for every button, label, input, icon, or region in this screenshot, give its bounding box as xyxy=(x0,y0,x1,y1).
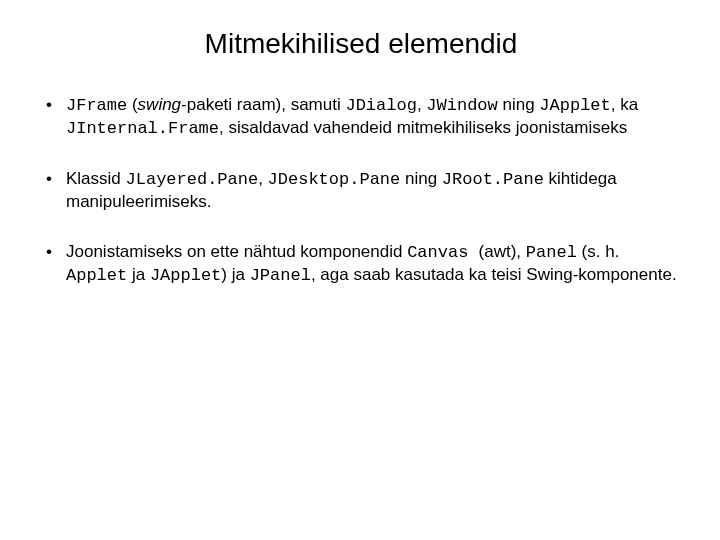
text: ja xyxy=(127,265,150,284)
bullet-item-2: Klassid JLayered.Pane, JDesktop.Pane nin… xyxy=(42,168,680,213)
text: -paketi raam), samuti xyxy=(181,95,345,114)
italic-swing: swing xyxy=(138,95,181,114)
bullet-list: JFrame (swing-paketi raam), samuti JDial… xyxy=(42,94,680,288)
text: ( xyxy=(127,95,137,114)
bullet-item-1: JFrame (swing-paketi raam), samuti JDial… xyxy=(42,94,680,140)
code-japplet2: JApplet xyxy=(150,266,221,285)
code-jframe: JFrame xyxy=(66,96,127,115)
code-applet: Applet xyxy=(66,266,127,285)
bullet-item-3: Joonistamiseks on ette nähtud komponendi… xyxy=(42,241,680,287)
text: , aga saab kasutada ka teisi Swing-kompo… xyxy=(311,265,677,284)
code-jdialog: JDialog xyxy=(345,96,416,115)
text: , xyxy=(417,95,426,114)
text: , ka xyxy=(611,95,638,114)
code-panel: Panel xyxy=(526,243,577,262)
text: Klassid xyxy=(66,169,126,188)
code-jdesktoppane: JDesktop.Pane xyxy=(268,170,401,189)
text: ) ja xyxy=(221,265,249,284)
text: Joonistamiseks on ette nähtud komponendi… xyxy=(66,242,407,261)
code-canvas: Canvas xyxy=(407,243,478,262)
text: , sisaldavad vahendeid mitmekihiliseks j… xyxy=(219,118,627,137)
text: , xyxy=(258,169,267,188)
slide-title: Mitmekihilised elemendid xyxy=(42,28,680,60)
text: (s. h. xyxy=(577,242,620,261)
text: ning xyxy=(498,95,540,114)
code-jrootpane: JRoot.Pane xyxy=(442,170,544,189)
code-jlayeredpane: JLayered.Pane xyxy=(126,170,259,189)
text: ning xyxy=(400,169,442,188)
slide: Mitmekihilised elemendid JFrame (swing-p… xyxy=(0,0,720,540)
code-japplet: JApplet xyxy=(539,96,610,115)
code-jinternalframe: JInternal.Frame xyxy=(66,119,219,138)
code-jwindow: JWindow xyxy=(426,96,497,115)
text: (awt), xyxy=(479,242,526,261)
code-jpanel: JPanel xyxy=(250,266,311,285)
